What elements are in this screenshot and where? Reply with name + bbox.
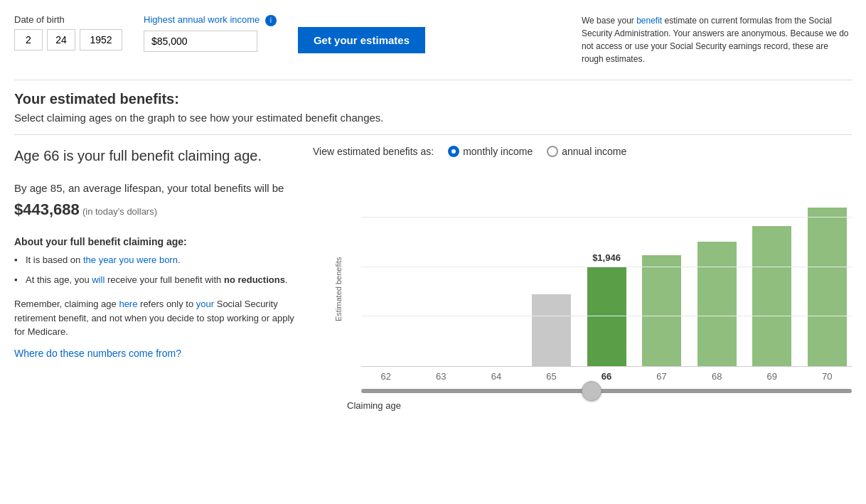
bar-col-70[interactable] [803,192,852,366]
view-as-label: View estimated benefits as: [313,146,434,157]
estimated-title: Your estimated benefits: [14,91,852,107]
bar-col-62[interactable] [361,350,411,366]
dob-year-input[interactable] [80,29,122,50]
view-as-row: View estimated benefits as: monthly inco… [313,146,852,157]
x-label-66: 66 [582,371,631,382]
bar-col-68[interactable] [692,226,742,366]
income-input[interactable] [144,31,257,52]
x-label-70: 70 [803,371,852,382]
full-benefit-age: Age 66 is your full benefit claiming age… [14,146,299,166]
bar-68[interactable] [697,242,737,366]
right-panel: View estimated benefits as: monthly inco… [313,146,852,411]
total-amount: $443,688 [14,200,80,218]
divider-top [14,80,852,80]
about-claiming: About your full benefit claiming age: It… [14,236,299,286]
slider-row[interactable] [361,389,852,393]
x-label-62: 62 [361,371,411,382]
bar-col-65[interactable] [527,279,577,366]
chart-area: Estimated benefits $1,946 62636465666768… [313,168,852,411]
x-label-67: 67 [637,371,687,382]
where-link[interactable]: Where do these numbers come from? [14,348,181,359]
avg-lifespan-label: By age 85, an average lifespan, your tot… [14,182,284,194]
income-label: Highest annual work income i [144,14,277,26]
dob-inputs [14,29,122,50]
bullet-list: It is based on the year you were born. A… [14,253,299,286]
x-label-69: 69 [747,371,797,382]
annual-radio-circle[interactable] [547,146,558,157]
annual-label: annual income [562,146,626,157]
estimated-header: Your estimated benefits: Select claiming… [14,91,852,124]
bar-66[interactable] [587,267,626,366]
bar-col-64[interactable] [471,350,521,366]
annual-income-radio[interactable]: annual income [547,146,626,157]
monthly-radio-circle[interactable] [448,146,459,157]
bar-col-69[interactable] [747,210,797,366]
today-dollars: (in today's dollars) [82,206,157,217]
disclaimer-text: We base your benefit estimate on current… [582,14,852,65]
x-label-63: 63 [417,371,466,382]
remember-text: Remember, claiming age here refers only … [14,297,299,339]
about-title: About your full benefit claiming age: [14,236,299,247]
divider-mid [14,134,852,135]
dob-month-input[interactable] [14,29,43,50]
total-benefits: By age 85, an average lifespan, your tot… [14,180,299,222]
main-content: Age 66 is your full benefit claiming age… [14,146,852,411]
x-label-64: 64 [471,371,521,382]
bullet-item-2: At this age, you will receive your full … [14,273,299,287]
get-estimates-button[interactable]: Get your estimates [298,27,425,53]
bars-container: $1,946 [361,168,852,367]
income-info-icon[interactable]: i [265,15,277,26]
bar-70[interactable] [808,208,847,366]
bar-col-63[interactable] [417,350,466,366]
left-panel: Age 66 is your full benefit claiming age… [14,146,299,411]
bar-65[interactable] [532,294,571,366]
monthly-income-radio[interactable]: monthly income [448,146,533,157]
bullet-item-1: It is based on the year you were born. [14,253,299,267]
dob-day-input[interactable] [47,29,75,50]
estimated-subtitle: Select claiming ages on the graph to see… [14,112,852,124]
dob-group: Date of birth [14,14,122,50]
bar-67[interactable] [642,255,681,366]
income-group: Highest annual work income i [144,14,277,52]
bar-69[interactable] [752,226,791,366]
y-axis-label: Estimated benefits [334,168,343,411]
bar-value-66: $1,946 [592,252,621,264]
bar-col-66[interactable]: $1,946 [582,252,631,366]
bar-col-67[interactable] [637,240,687,366]
top-section: Date of birth Highest annual work income… [14,14,852,65]
x-label-65: 65 [527,371,577,382]
claiming-age-label: Claiming age [347,400,852,411]
x-label-68: 68 [692,371,742,382]
slider-thumb[interactable] [582,381,602,401]
monthly-label: monthly income [463,146,533,157]
dob-label: Date of birth [14,14,122,25]
x-labels: 626364656667686970 [361,371,852,382]
slider-track[interactable] [361,389,852,393]
